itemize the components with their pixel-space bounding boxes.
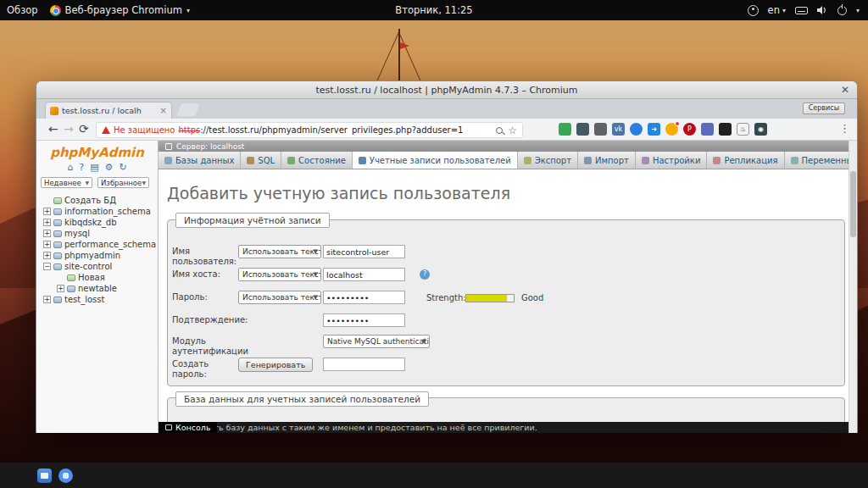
username-input[interactable]	[323, 245, 405, 258]
generate-password-label: Создать пароль:	[172, 359, 242, 379]
tab-replication[interactable]: Репликация	[707, 152, 784, 169]
create-db-checkbox-row[interactable]: Создать базу данных с таким же именем и …	[217, 422, 857, 433]
keyboard-icon[interactable]	[795, 7, 808, 14]
page-viewport: phpMyAdmin ⌂ ? ▤ ⚙ ↻ Недавнее▼ Избранное…	[36, 141, 857, 433]
back-button[interactable]: ←	[48, 122, 58, 136]
tree-item[interactable]: +newtable	[36, 283, 158, 294]
expand-icon[interactable]: +	[43, 296, 51, 303]
notifier-extension-icon[interactable]	[665, 123, 678, 136]
chevron-down-icon: ▾	[186, 7, 190, 14]
expand-icon[interactable]: +	[43, 252, 51, 259]
expand-icon[interactable]: +	[43, 230, 51, 237]
window-title: test.losst.ru / localhost | phpMyAdmin 4…	[315, 85, 577, 96]
tab-status[interactable]: Состояние	[281, 152, 353, 169]
accessibility-icon[interactable]	[748, 5, 759, 16]
confirm-password-label: Подтверждение:	[172, 315, 242, 325]
password-input[interactable]	[323, 291, 405, 304]
services-button[interactable]: Сервисы	[803, 103, 845, 114]
tab-import[interactable]: Импорт	[578, 152, 636, 169]
share-extension-icon[interactable]: ➜	[648, 123, 660, 136]
hostname-type-select[interactable]: Использовать текстовое поле:▼	[238, 268, 321, 281]
app-menu-label: Веб-браузер Chromium	[65, 4, 182, 16]
pma-logo[interactable]: phpMyAdmin	[36, 145, 158, 160]
generate-password-button[interactable]: Генерировать	[238, 358, 313, 372]
dark-extension-icon[interactable]	[719, 123, 732, 136]
tree-item-new-database[interactable]: Создать БД	[36, 195, 158, 206]
app-menu[interactable]: Веб-браузер Chromium ▾	[50, 4, 190, 16]
collapse-icon[interactable]: −	[43, 263, 51, 270]
tree-item[interactable]: +test_losst	[36, 294, 158, 305]
new-tab-button[interactable]	[177, 103, 200, 116]
tab-settings[interactable]: Настройки	[636, 152, 707, 169]
url-scheme: https	[178, 125, 200, 135]
generated-password-input[interactable]	[323, 358, 405, 371]
tree-item[interactable]: +phpmyadmin	[36, 250, 158, 261]
breadcrumb-server[interactable]: Сервер: localhost	[176, 142, 244, 151]
recipes-extension-icon[interactable]: ♨	[737, 123, 749, 136]
vk-extension-icon[interactable]: vk	[612, 123, 625, 136]
address-bar[interactable]: Не защищено https://test.losst.ru/phpmya…	[96, 122, 523, 138]
tab-sql[interactable]: SQL	[241, 152, 281, 169]
expand-icon[interactable]: +	[57, 285, 64, 292]
password-label: Пароль:	[172, 292, 242, 302]
tab-export[interactable]: Экспорт	[518, 152, 578, 169]
tree-item-new-table[interactable]: Новая	[36, 272, 158, 283]
tree-item[interactable]: +information_schema	[36, 206, 158, 217]
reload-nav-icon[interactable]: ↻	[119, 162, 126, 173]
tab-databases[interactable]: Базы данных	[159, 152, 241, 169]
confirm-password-input[interactable]	[323, 313, 405, 327]
console-label: Консоль	[175, 423, 210, 432]
scrollbar-thumb[interactable]	[850, 171, 856, 237]
screenshot-camera-icon[interactable]: ◉	[754, 123, 767, 136]
blue-extension-icon[interactable]	[630, 123, 643, 136]
reload-button[interactable]: ⟳	[79, 122, 89, 136]
console-bar[interactable]: Консоль Создать базу данных с таким же и…	[159, 422, 857, 433]
shield-extension-icon[interactable]	[576, 123, 589, 136]
password-type-select[interactable]: Использовать текстовое поле:▼	[238, 291, 321, 304]
docs-icon[interactable]: ▤	[90, 162, 98, 173]
window-close-button[interactable]: ✕	[841, 84, 849, 96]
database-icon	[53, 297, 62, 303]
taskbar-app-icon[interactable]	[37, 469, 52, 483]
help-icon[interactable]: ?	[420, 269, 430, 280]
home-icon[interactable]: ⌂	[67, 162, 73, 173]
username-type-select[interactable]: Использовать текстовое поле:▼	[238, 245, 321, 258]
volume-icon[interactable]	[817, 5, 828, 15]
mail-extension-icon[interactable]	[701, 123, 714, 136]
tree-item[interactable]: +performance_schema	[36, 239, 158, 250]
database-icon	[53, 252, 62, 259]
tab-close-button[interactable]: ×	[160, 106, 167, 115]
keyboard-layout-indicator[interactable]: en ▾	[768, 4, 786, 16]
scrollbar[interactable]	[849, 141, 857, 433]
tree-item-site-control[interactable]: −site-control	[36, 261, 158, 272]
help-icon[interactable]: ?	[79, 162, 84, 173]
tree-item[interactable]: +mysql	[36, 228, 158, 239]
auth-plugin-select[interactable]: Native MySQL authentication▼	[323, 335, 430, 348]
window-titlebar[interactable]: test.losst.ru / localhost | phpMyAdmin 4…	[36, 81, 857, 99]
search-icon[interactable]	[496, 127, 503, 134]
grid-extension-icon[interactable]	[594, 123, 607, 136]
activities-button[interactable]: Обзор	[7, 4, 38, 16]
tree-item[interactable]: +kibqdskz_db	[36, 217, 158, 228]
power-icon[interactable]	[837, 6, 847, 15]
expand-icon[interactable]: +	[43, 208, 51, 215]
tab-user-accounts[interactable]: Учетные записи пользователей	[353, 152, 518, 169]
expand-icon[interactable]: +	[43, 219, 51, 226]
security-warning-icon[interactable]	[102, 126, 110, 134]
create-db-label: Создать базу данных с таким же именем и …	[217, 423, 537, 432]
favorite-tables-select[interactable]: Избранное▼	[97, 177, 149, 188]
hostname-input[interactable]	[323, 268, 405, 281]
chevron-down-icon[interactable]: ▾	[856, 7, 860, 14]
settings-icon[interactable]: ⚙	[105, 162, 114, 173]
recent-tables-select[interactable]: Недавнее▼	[41, 177, 92, 188]
browser-menu-icon[interactable]: ⋮	[839, 122, 850, 135]
browser-tab[interactable]: test.losst.ru / localh ×	[45, 102, 172, 119]
adblock-extension-icon[interactable]	[559, 123, 571, 136]
console-toggle[interactable]: Консоль	[159, 422, 217, 433]
expand-icon[interactable]: +	[43, 241, 51, 248]
taskbar-chromium-icon[interactable]	[58, 469, 73, 483]
tab-variables[interactable]: Переменные	[785, 152, 858, 169]
bookmark-star-icon[interactable]: ☆	[508, 125, 517, 136]
pinterest-extension-icon[interactable]: P	[683, 123, 696, 136]
forward-button[interactable]: →	[64, 122, 74, 136]
